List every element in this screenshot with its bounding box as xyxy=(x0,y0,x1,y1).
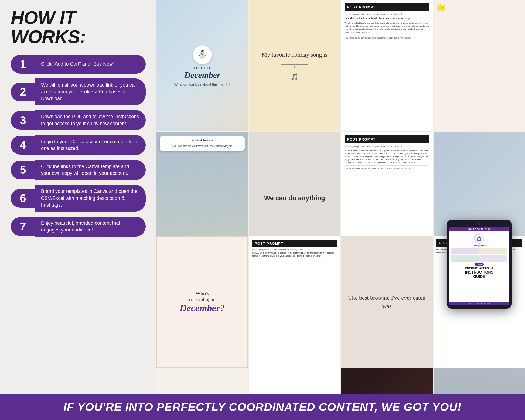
card-celebrating: Who's celebrating in December? xyxy=(156,236,248,368)
step-text-1: Click "Add to Cart" and "Buy Now" xyxy=(35,55,146,74)
step-row-5: 5 Click the links to the Canva template … xyxy=(11,160,146,180)
card-partial-right-1: 🌟 xyxy=(434,0,525,131)
card-hello-december: ⛄ HELLO December What do you love about … xyxy=(156,0,248,131)
page-title: HOW IT WORKS: xyxy=(11,8,146,47)
hello-label: HELLO xyxy=(174,66,230,70)
card-post-prompt-1: POST PROMPT Use the prompt below to writ… xyxy=(341,0,433,131)
tablet-screen: YOUR SOCIAL PLAN Socially Inclined xyxy=(449,227,509,305)
brownie-text: The best brownie I've ever eaten was xyxy=(347,294,427,310)
post-prompt-footer-1: Pair with a photo of yourself, your prod… xyxy=(345,35,429,39)
step-number-3: 3 xyxy=(11,111,35,130)
december-label: December xyxy=(174,70,230,80)
post-prompt-subtext-1: Use the prompt below to write a post to … xyxy=(345,13,429,16)
tablet-your-social-plan: YOUR SOCIAL PLAN xyxy=(449,227,509,231)
steps-list: 1 Click "Add to Cart" and "Buy Now" 2 We… xyxy=(11,55,146,237)
step-number-1: 1 xyxy=(11,55,35,74)
step-row-2: 2 We will email you a download link or y… xyxy=(11,78,146,105)
step-text-4: Login to your Canva account or create a … xyxy=(35,135,146,155)
post-prompt-header-2: POST PROMPT xyxy=(345,135,429,143)
tablet-canva-badge: Canva xyxy=(475,263,484,266)
svg-marker-1 xyxy=(477,236,481,238)
tablet-instructions: INSTRUCTIONS xyxy=(465,270,493,274)
tablet-product-access: PRODUCT ACCESS & xyxy=(465,267,493,270)
post-prompt-body-2: IF ONLY [I/WE] KNEW. Rewind the clock 10… xyxy=(345,149,429,164)
goals-subtext: Use the prompt below to write a post to … xyxy=(252,249,337,251)
post-prompt-footer-2: Pair with a photo of yourself, your prod… xyxy=(345,165,429,169)
tablet-screen-content: Socially Inclined Canva PRODUCT ACCESS &… xyxy=(449,231,509,302)
step-row-6: 6 Brand your templates in Canva and open… xyxy=(11,185,146,212)
bottom-banner: IF YOU'RE INTO PERFECTLY COORDINATED CON… xyxy=(0,394,525,420)
step-row-4: 4 Login to your Canva account or create … xyxy=(11,135,146,155)
right-collage: ⛄ HELLO December What do you love about … xyxy=(156,0,525,394)
bottom-banner-text: IF YOU'RE INTO PERFECTLY COORDINATED CON… xyxy=(63,401,462,414)
hello-question: What do you love about this month? xyxy=(174,82,230,86)
celebrating-line2: celebrating in xyxy=(189,297,215,302)
tablet-images-grid xyxy=(451,248,507,262)
step-row-7: 7 Enjoy beautiful, branded content that … xyxy=(11,217,146,237)
we-can-text: We can do anything xyxy=(264,194,325,202)
step-number-4: 4 xyxy=(11,136,35,155)
step-text-2: We will email you a download link or you… xyxy=(35,78,146,105)
step-text-7: Enjoy beautiful, branded content that en… xyxy=(35,217,146,237)
left-section: HOW IT WORKS: 1 Click "Add to Cart" and … xyxy=(0,0,156,394)
card-goals-sunday: POST PROMPT Use the prompt below to writ… xyxy=(249,236,340,368)
holiday-song-dot xyxy=(294,66,295,68)
step-number-2: 2 xyxy=(11,83,35,101)
holiday-song-line xyxy=(281,64,308,65)
celebrating-december: December? xyxy=(180,302,225,314)
tablet-logo-icon xyxy=(476,235,482,241)
tablet-website: SOCIALLYINCLINED.COM xyxy=(449,302,509,305)
post-prompt-header-1: POST PROMPT xyxy=(345,3,429,11)
tablet-guide: GUIDE xyxy=(473,274,485,279)
step-number-5: 5 xyxy=(11,161,35,179)
music-emoji: 🎵 xyxy=(291,73,299,81)
reminder-title: Important Reminder xyxy=(163,139,241,143)
post-prompt-bold-1: Talk about a habit your ideal client nee… xyxy=(345,17,429,20)
reminder-quote: " You can handle whatever this week thro… xyxy=(163,144,241,148)
goals-header: POST PROMPT xyxy=(252,240,337,247)
step-number-6: 6 xyxy=(11,189,35,208)
tablet-device: YOUR SOCIAL PLAN Socially Inclined xyxy=(447,220,512,309)
tablet-logo-circle xyxy=(474,233,484,244)
step-text-5: Click the links to the Canva template an… xyxy=(35,160,146,180)
step-number-7: 7 xyxy=(11,217,35,236)
tablet-camera xyxy=(478,223,480,225)
svg-rect-2 xyxy=(478,238,480,240)
step-row-1: 1 Click "Add to Cart" and "Buy Now" xyxy=(11,55,146,74)
goals-body: GOALS ON SUNDAY: Make a post about the g… xyxy=(252,252,337,257)
post-prompt-body-1: We all have bad habits and can help our … xyxy=(345,22,429,34)
step-text-3: Download the PDF and follow the instruct… xyxy=(35,110,146,130)
snowman-icon: ⛄ xyxy=(193,45,212,64)
card-holiday-song: My favorite holiday song is 🎵 xyxy=(249,0,340,131)
tablet-brand-label: Socially Inclined xyxy=(472,244,487,246)
celebrating-who: Who's xyxy=(195,291,209,297)
card-brownie: The best brownie I've ever eaten was xyxy=(341,236,433,368)
step-row-3: 3 Download the PDF and follow the instru… xyxy=(11,110,146,130)
step-text-6: Brand your templates in Canva and open t… xyxy=(35,185,146,212)
holiday-song-text: My favorite holiday song is xyxy=(262,51,327,59)
post-prompt-subtext-2: Use the prompt below to write a post to … xyxy=(345,145,429,148)
reminder-card: Important Reminder " You can handle what… xyxy=(160,136,245,151)
